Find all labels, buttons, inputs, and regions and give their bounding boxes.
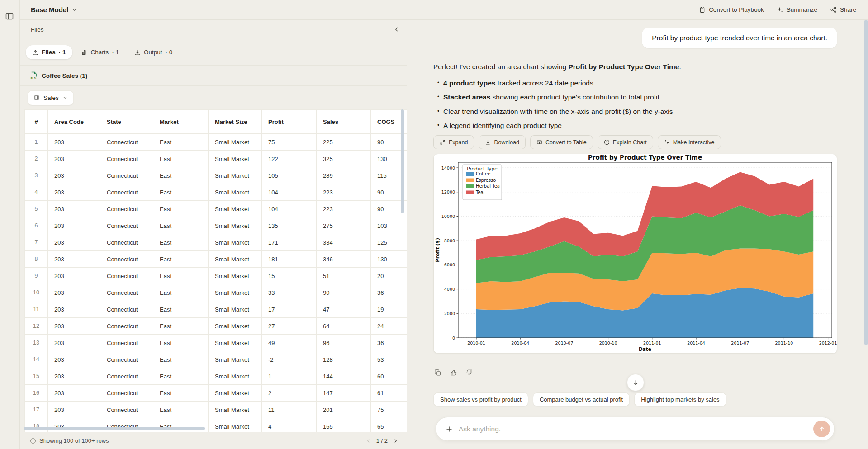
data-table: #Area CodeStateMarketMarket SizeProfitSa…: [24, 109, 407, 432]
table-cell: 171: [262, 234, 317, 251]
table-cell: 17: [25, 402, 48, 418]
prev-page-button[interactable]: [365, 438, 372, 444]
copy-button[interactable]: [433, 368, 442, 377]
table-cell: 75: [371, 402, 408, 418]
table-cell: Small Market: [209, 167, 262, 184]
table-cell: 49: [262, 335, 317, 351]
table-cell: East: [153, 151, 209, 167]
summarize-button[interactable]: Summarize: [777, 6, 817, 13]
suggestion-chip[interactable]: Highlight top markets by sales: [634, 392, 726, 406]
table-cell: 47: [317, 301, 371, 318]
svg-text:Tea: Tea: [475, 190, 484, 195]
make-interactive-button[interactable]: Make Interactive: [658, 135, 721, 149]
model-selector[interactable]: Base Model: [31, 6, 77, 14]
table-row: 9203ConnecticutEastSmall Market155120: [25, 268, 408, 284]
files-panel: Files Files · 1 Charts · 1: [20, 20, 407, 449]
table-row: 3203ConnecticutEastSmall Market105289115: [25, 167, 408, 184]
thumbs-down-button[interactable]: [465, 368, 474, 377]
table-cell: 20: [371, 268, 408, 284]
table-header-cell: Market: [153, 110, 209, 134]
table-row: 16203ConnecticutEastSmall Market214761: [25, 385, 408, 402]
table-cell: Connecticut: [100, 151, 153, 167]
table-cell: East: [153, 301, 209, 318]
svg-text:Herbal Tea: Herbal Tea: [476, 184, 500, 189]
table-cell: 17: [262, 301, 317, 318]
table-header-cell: #: [25, 110, 48, 134]
file-item-coffee-sales[interactable]: XLS Coffee Sales (1): [20, 66, 407, 86]
svg-text:Profit ($): Profit ($): [435, 238, 440, 262]
collapse-panel-button[interactable]: [393, 26, 400, 33]
table-cell: Connecticut: [100, 184, 153, 201]
table-cell: 36: [371, 335, 408, 351]
table-cell: Small Market: [209, 217, 262, 234]
make-interactive-label: Make Interactive: [673, 139, 715, 146]
chart-card: 020004000600080001000012000140002010-012…: [433, 154, 837, 354]
table-cell: 203: [48, 284, 100, 301]
table-header-cell: Profit: [262, 110, 317, 134]
table-cell: 61: [371, 385, 408, 402]
convert-to-table-button[interactable]: Convert to Table: [530, 135, 593, 149]
table-cell: 64: [317, 318, 371, 335]
tab-output[interactable]: Output · 0: [128, 45, 179, 59]
assistant-bullet: •A legend identifying each product type: [433, 121, 837, 131]
explain-chart-button[interactable]: Explain Chart: [598, 135, 653, 149]
share-button[interactable]: Share: [830, 6, 856, 13]
send-button[interactable]: [813, 421, 830, 437]
model-name: Base Model: [31, 6, 68, 14]
thumbs-up-button[interactable]: [449, 368, 458, 377]
suggestion-chip[interactable]: Show sales vs profit by product: [433, 392, 528, 406]
sidebar-toggle-icon[interactable]: [5, 11, 15, 21]
convert-to-playbook-button[interactable]: Convert to Playbook: [699, 6, 764, 13]
assistant-intro: Perfect! I've created an area chart show…: [433, 61, 837, 72]
table-cell: 27: [262, 318, 317, 335]
chat-input[interactable]: [459, 425, 808, 433]
table-cell: 60: [371, 368, 408, 385]
table-cell: East: [153, 318, 209, 335]
arrow-up-icon: [818, 425, 825, 433]
tab-files[interactable]: Files · 1: [26, 45, 72, 59]
table-cell: 13: [25, 335, 48, 351]
clipboard-icon: [699, 6, 706, 13]
table-row: 15203ConnecticutEastSmall Market114460: [25, 368, 408, 385]
summarize-label: Summarize: [787, 6, 817, 13]
table-cell: Connecticut: [100, 318, 153, 335]
attach-button[interactable]: [445, 425, 453, 433]
scroll-to-bottom-button[interactable]: [627, 374, 644, 391]
table-cell: 1: [25, 134, 48, 151]
svg-text:2011-04: 2011-04: [687, 340, 705, 345]
table-cell: Connecticut: [100, 234, 153, 251]
table-row: 4203ConnecticutEastSmall Market10422390: [25, 184, 408, 201]
next-page-button[interactable]: [392, 438, 398, 444]
bullet-dot: •: [433, 107, 443, 117]
table-cell: 275: [317, 217, 371, 234]
tab-output-label: Output: [144, 49, 162, 56]
download-chart-button[interactable]: Download: [479, 135, 526, 149]
table-cell: Small Market: [209, 234, 262, 251]
sheet-selector[interactable]: Sales: [28, 90, 74, 105]
assistant-bullet: •Stacked areas showing each product type…: [433, 92, 837, 102]
svg-text:2010-07: 2010-07: [555, 340, 574, 345]
table-cell: 203: [48, 318, 100, 335]
bullet-dot: •: [433, 92, 443, 102]
expand-chart-button[interactable]: Expand: [433, 135, 474, 149]
svg-text:2011-10: 2011-10: [775, 340, 793, 345]
table-row: 6203ConnecticutEastSmall Market135275103: [25, 217, 408, 234]
table-header-row: #Area CodeStateMarketMarket SizeProfitSa…: [25, 110, 408, 134]
table-vertical-scrollbar[interactable]: [401, 109, 404, 213]
table-cell: Small Market: [209, 385, 262, 402]
table-cell: 203: [48, 268, 100, 284]
chat-scrollbar[interactable]: [864, 20, 868, 345]
table-cell: Connecticut: [100, 301, 153, 318]
suggestion-chip[interactable]: Compare budget vs actual profit: [533, 392, 630, 406]
table-cell: 203: [48, 184, 100, 201]
table-cell: 203: [48, 151, 100, 167]
table-cell: 51: [317, 268, 371, 284]
table-cell: East: [153, 234, 209, 251]
xls-file-icon: XLS: [30, 71, 38, 80]
tab-charts[interactable]: Charts · 1: [75, 45, 126, 59]
table-cell: 65: [371, 418, 408, 432]
table-horizontal-scrollbar[interactable]: [24, 427, 205, 430]
table-cell: 4: [25, 184, 48, 201]
table-cell: 125: [371, 234, 408, 251]
svg-text:Product Type: Product Type: [467, 166, 497, 171]
